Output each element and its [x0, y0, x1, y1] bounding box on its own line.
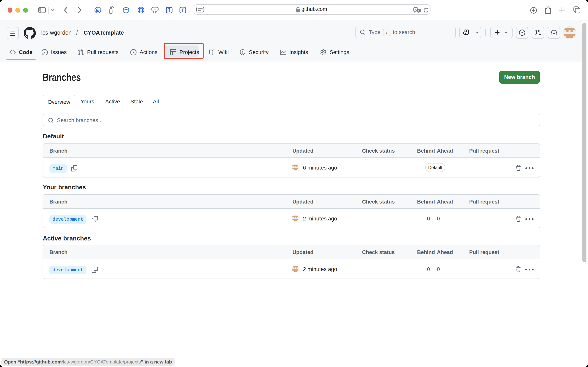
svg-text:A: A [415, 8, 417, 11]
svg-text:I: I [168, 7, 170, 13]
svg-text:I: I [182, 7, 184, 13]
